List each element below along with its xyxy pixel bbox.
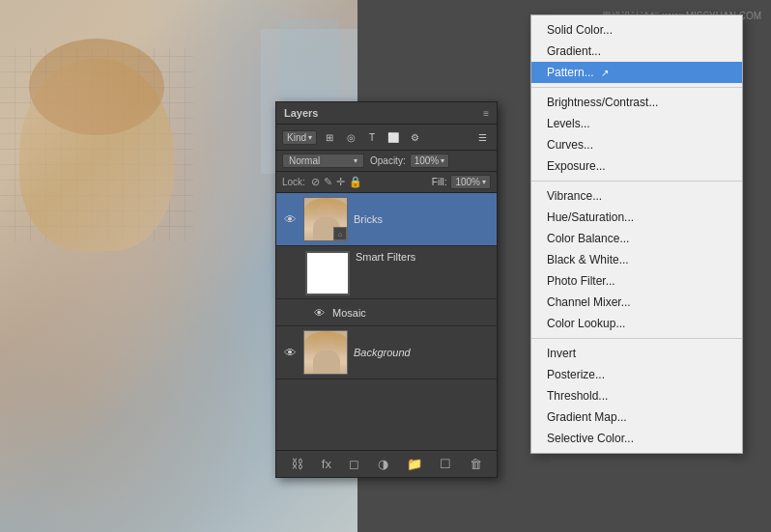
opacity-control: Opacity: 100% ▾ bbox=[370, 154, 449, 168]
menu-item-exposure[interactable]: Exposure... bbox=[531, 155, 742, 177]
menu-item-color-balance[interactable]: Color Balance... bbox=[531, 228, 742, 249]
menu-item-channel-mixer[interactable]: Channel Mixer... bbox=[531, 292, 742, 313]
filter-pixel-icon[interactable]: ⊞ bbox=[321, 128, 338, 146]
background-layer-name: Background bbox=[354, 347, 491, 358]
blend-mode-dropdown[interactable]: Normal ▾ bbox=[282, 154, 364, 168]
menu-item-brightness-contrast[interactable]: Brightness/Contrast... bbox=[531, 92, 742, 113]
lock-position-icon[interactable]: ✛ bbox=[336, 176, 345, 188]
layers-panel-title: Layers bbox=[284, 107, 318, 119]
menu-item-pattern[interactable]: Pattern... ↗ bbox=[531, 62, 742, 83]
layers-menu-icon[interactable]: ☰ bbox=[473, 128, 491, 146]
background-layer-thumbnail bbox=[303, 330, 348, 375]
background-visibility-toggle[interactable]: 👁 bbox=[282, 345, 298, 360]
menu-separator-1 bbox=[531, 87, 742, 88]
opacity-value[interactable]: 100% ▾ bbox=[410, 154, 450, 168]
mosaic-filter-item[interactable]: 👁 Mosaic bbox=[276, 299, 497, 326]
kind-dropdown[interactable]: Kind ▾ bbox=[282, 130, 317, 145]
add-style-icon[interactable]: fx bbox=[322, 457, 331, 471]
menu-item-photo-filter[interactable]: Photo Filter... bbox=[531, 270, 742, 292]
menu-item-gradient-map[interactable]: Gradient Map... bbox=[531, 406, 742, 428]
background-layer-item[interactable]: 👁 Background bbox=[276, 326, 497, 379]
menu-item-levels[interactable]: Levels... bbox=[531, 113, 742, 134]
menu-item-black-white[interactable]: Black & White... bbox=[531, 249, 742, 270]
layers-panel-header: Layers ≡ bbox=[276, 102, 497, 125]
menu-item-hue-saturation[interactable]: Hue/Saturation... bbox=[531, 207, 742, 228]
menu-item-vibrance[interactable]: Vibrance... bbox=[531, 185, 742, 207]
new-group-icon[interactable]: 📁 bbox=[407, 457, 422, 471]
lock-transparent-icon[interactable]: ⊘ bbox=[311, 176, 320, 188]
fill-control: Fill: 100% ▾ bbox=[432, 175, 491, 189]
menu-item-invert[interactable]: Invert bbox=[531, 343, 742, 364]
menu-item-color-lookup[interactable]: Color Lookup... bbox=[531, 313, 742, 334]
lock-all-icon[interactable]: 🔒 bbox=[349, 176, 362, 188]
menu-separator-2 bbox=[531, 181, 742, 182]
smart-filters-label: Smart Filters bbox=[356, 251, 491, 263]
filter-type-icon[interactable]: T bbox=[363, 128, 381, 146]
lock-row: Lock: ⊘ ✎ ✛ 🔒 Fill: 100% ▾ bbox=[276, 172, 497, 193]
lock-icons: ⊘ ✎ ✛ 🔒 bbox=[311, 176, 362, 188]
lock-pixels-icon[interactable]: ✎ bbox=[324, 176, 332, 188]
menu-item-solid-color[interactable]: Solid Color... bbox=[531, 19, 742, 41]
delete-layer-icon[interactable]: 🗑 bbox=[470, 457, 482, 471]
layer-visibility-toggle[interactable]: 👁 bbox=[282, 211, 298, 227]
smart-filters-item[interactable]: Smart Filters bbox=[276, 246, 497, 299]
layers-toolbar: Kind ▾ ⊞ ◎ T ⬜ ⚙ ☰ bbox=[276, 125, 497, 151]
link-layers-icon[interactable]: ⛓ bbox=[291, 457, 303, 471]
layer-name: Bricks bbox=[354, 213, 491, 225]
mosaic-visibility-toggle[interactable]: 👁 bbox=[311, 305, 327, 321]
adjustment-dropdown-menu: Solid Color... Gradient... Pattern... ↗ … bbox=[530, 14, 743, 454]
menu-item-selective-color[interactable]: Selective Color... bbox=[531, 428, 742, 449]
smart-filter-thumbnail bbox=[305, 251, 350, 295]
filter-shape-icon[interactable]: ⬜ bbox=[385, 128, 402, 146]
layers-panel-icon: ≡ bbox=[483, 108, 489, 119]
layers-panel: Layers ≡ Kind ▾ ⊞ ◎ T ⬜ ⚙ ☰ Normal ▾ Opa… bbox=[275, 101, 498, 478]
menu-item-posterize[interactable]: Posterize... bbox=[531, 364, 742, 385]
new-layer-icon[interactable]: ☐ bbox=[440, 457, 451, 471]
mosaic-filter-name: Mosaic bbox=[332, 307, 491, 319]
filter-adjust-icon[interactable]: ◎ bbox=[342, 128, 359, 146]
menu-separator-3 bbox=[531, 338, 742, 339]
layer-item[interactable]: 👁 ⌂ Bricks bbox=[276, 193, 497, 246]
layers-bottom-bar: ⛓ fx ◻ ◑ 📁 ☐ 🗑 bbox=[276, 450, 497, 477]
new-adjustment-icon[interactable]: ◑ bbox=[378, 457, 388, 471]
filter-smart-icon[interactable]: ⚙ bbox=[406, 128, 423, 146]
background-thumb-image bbox=[304, 331, 348, 375]
menu-item-threshold[interactable]: Threshold... bbox=[531, 385, 742, 406]
add-mask-icon[interactable]: ◻ bbox=[349, 457, 359, 471]
blend-mode-row: Normal ▾ Opacity: 100% ▾ bbox=[276, 151, 497, 172]
layer-thumbnail: ⌂ bbox=[303, 197, 348, 241]
menu-item-gradient[interactable]: Gradient... bbox=[531, 41, 742, 62]
menu-item-curves[interactable]: Curves... bbox=[531, 134, 742, 155]
fill-value[interactable]: 100% ▾ bbox=[450, 175, 491, 189]
layers-list: 👁 ⌂ Bricks Smart Filters 👁 Mosaic 👁 bbox=[276, 193, 497, 452]
